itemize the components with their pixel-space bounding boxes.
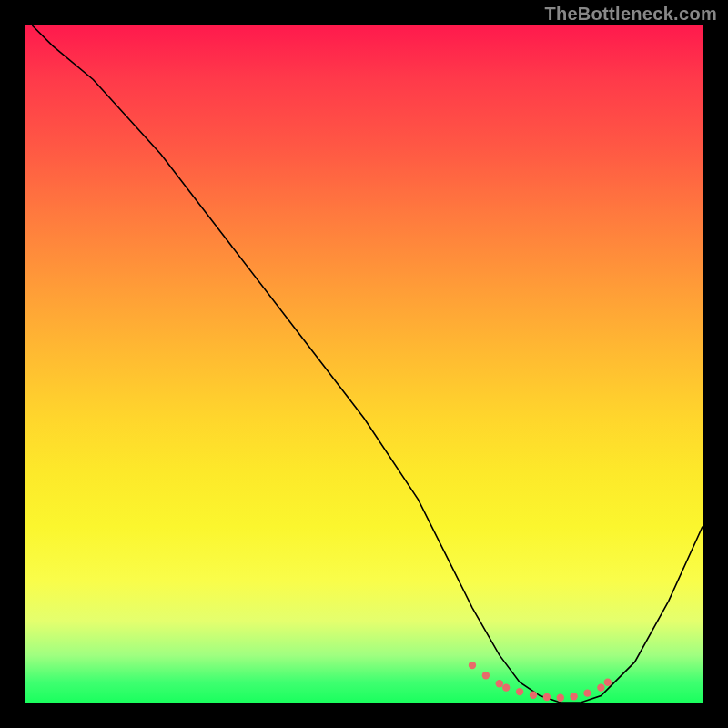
sweet-spot-dot (557, 694, 564, 702)
sweet-spot-dot (516, 688, 523, 695)
chart-plot-area (25, 25, 703, 703)
sweet-spot-dot (543, 693, 551, 701)
chart-svg (25, 25, 703, 703)
sweet-spot-dot (482, 672, 490, 679)
sweet-spot-dot (570, 693, 577, 700)
sweet-spot-dot (583, 689, 591, 696)
sweet-spot-dot (604, 679, 612, 686)
watermark-text: TheBottleneck.com (544, 4, 717, 25)
sweet-spot-dot (469, 662, 476, 669)
sweet-spot-dot (496, 680, 503, 687)
sweet-spot-dot (597, 683, 604, 691)
sweet-spot-dot (530, 692, 537, 699)
bottleneck-curve-line (32, 25, 703, 703)
sweet-spot-dot (502, 683, 510, 691)
